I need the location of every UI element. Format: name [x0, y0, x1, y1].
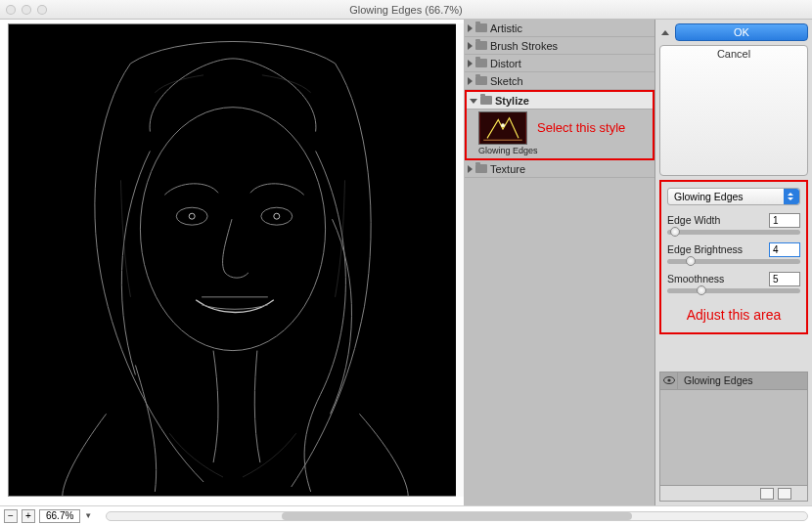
- param-label: Edge Width: [667, 214, 720, 226]
- disclosure-right-icon: [468, 60, 473, 67]
- annotation-select-style: Stylize Select this style Glowing Edges: [465, 90, 654, 160]
- layers-empty-area: [660, 390, 807, 486]
- layers-footer: [660, 485, 807, 501]
- category-label: Stylize: [495, 95, 529, 107]
- disclosure-right-icon: [468, 24, 473, 32]
- category-label: Texture: [490, 163, 525, 175]
- preview-panel: [0, 20, 465, 505]
- svg-point-7: [501, 123, 505, 127]
- svg-rect-0: [9, 24, 456, 496]
- folder-icon: [475, 59, 487, 67]
- zoom-out-button[interactable]: −: [4, 509, 18, 523]
- minimize-icon[interactable]: [22, 5, 31, 15]
- close-icon[interactable]: [6, 5, 16, 15]
- param-label: Smoothness: [667, 273, 724, 284]
- disclosure-right-icon: [468, 42, 473, 50]
- effect-layer-name: Glowing Edges: [678, 374, 753, 386]
- delete-layer-button[interactable]: [778, 488, 791, 500]
- window-title: Glowing Edges (66.7%): [0, 4, 812, 16]
- disclosure-right-icon: [468, 77, 473, 85]
- style-thumb-glowing-edges[interactable]: [478, 111, 527, 145]
- eye-icon: [663, 376, 675, 384]
- category-artistic[interactable]: Artistic: [465, 20, 654, 37]
- category-label: Distort: [490, 58, 521, 69]
- category-texture[interactable]: Texture: [465, 160, 654, 178]
- category-label: Brush Strokes: [490, 40, 558, 52]
- style-thumb-label: Glowing Edges: [478, 146, 653, 155]
- param-label: Edge Brightness: [667, 243, 743, 255]
- preview-scrollbar-vertical[interactable]: [456, 23, 464, 497]
- smoothness-slider[interactable]: [667, 288, 800, 293]
- param-edge-brightness: Edge Brightness: [667, 242, 800, 264]
- zoom-level[interactable]: 66.7%: [39, 509, 80, 523]
- cancel-button[interactable]: Cancel: [659, 45, 808, 176]
- chevron-down-icon[interactable]: ▼: [84, 511, 92, 520]
- param-smoothness: Smoothness: [667, 272, 800, 293]
- settings-column: OK Cancel Glowing Edges Edge Width Edge …: [655, 20, 812, 505]
- effect-layers-panel: Glowing Edges: [659, 372, 808, 503]
- category-distort[interactable]: Distort: [465, 55, 654, 72]
- smoothness-input[interactable]: [769, 272, 800, 286]
- folder-icon: [475, 164, 487, 173]
- edge-brightness-slider[interactable]: [667, 259, 800, 264]
- annotation-adjust-area: Glowing Edges Edge Width Edge Brightness: [659, 180, 808, 334]
- edge-width-slider[interactable]: [667, 230, 800, 235]
- filter-category-list: Artistic Brush Strokes Distort Sketch St…: [465, 20, 655, 505]
- svg-point-9: [667, 378, 670, 381]
- preview-canvas[interactable]: [8, 23, 457, 497]
- param-edge-width: Edge Width: [667, 213, 800, 235]
- category-brush-strokes[interactable]: Brush Strokes: [465, 37, 654, 55]
- ok-button[interactable]: OK: [675, 23, 808, 41]
- new-layer-button[interactable]: [760, 488, 774, 500]
- category-label: Artistic: [490, 22, 522, 34]
- category-label: Sketch: [490, 75, 523, 87]
- status-bar: − + 66.7% ▼: [0, 505, 812, 525]
- annotation-text: Adjust this area: [667, 307, 800, 323]
- glowing-edges-portrait: [9, 24, 456, 496]
- disclosure-down-icon: [470, 99, 477, 104]
- preset-name: Glowing Edges: [674, 191, 744, 202]
- folder-icon: [480, 96, 492, 105]
- preset-dropdown[interactable]: Glowing Edges: [667, 188, 800, 205]
- folder-icon: [475, 23, 487, 32]
- zoom-in-button[interactable]: +: [22, 509, 35, 523]
- effect-layer-row[interactable]: Glowing Edges: [660, 372, 807, 390]
- annotation-text: Select this style: [537, 120, 625, 135]
- category-sketch[interactable]: Sketch: [465, 72, 654, 90]
- titlebar: Glowing Edges (66.7%): [0, 0, 812, 20]
- dropdown-icon: [784, 189, 799, 204]
- collapse-icon[interactable]: [659, 26, 671, 38]
- folder-icon: [475, 76, 487, 85]
- visibility-toggle[interactable]: [660, 372, 678, 389]
- edge-width-input[interactable]: [769, 213, 800, 228]
- edge-brightness-input[interactable]: [769, 242, 800, 257]
- preview-scrollbar-horizontal[interactable]: [106, 511, 808, 521]
- category-stylize[interactable]: Stylize: [467, 92, 653, 109]
- folder-icon: [475, 41, 487, 50]
- window-controls: [6, 5, 47, 15]
- disclosure-right-icon: [468, 165, 473, 173]
- zoom-icon[interactable]: [37, 5, 47, 15]
